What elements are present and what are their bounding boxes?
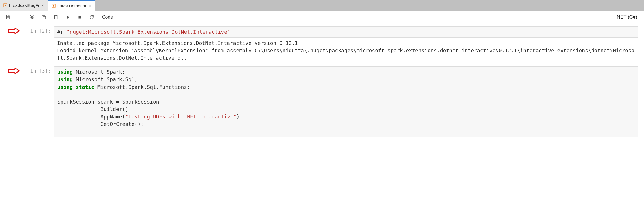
code-input[interactable]: using Microsoft.Spark; using Microsoft.S… [54,66,638,137]
cell-type-select[interactable]: Code [100,13,134,21]
attention-arrow-icon [3,26,23,34]
tab-label: broadcastBugFi [9,3,39,8]
svg-rect-8 [43,16,46,19]
cut-button[interactable] [28,13,36,21]
cell-output: Installed package Microsoft.Spark.Extens… [54,38,638,63]
cell-type-label: Code [102,15,113,20]
tab-bar: broadcastBugFi × LatestDotnetInt × [0,0,644,11]
notebook-area: In [2]: #r "nuget:Microsoft.Spark.Extens… [0,23,644,143]
close-icon[interactable]: × [88,3,92,8]
run-button[interactable] [64,13,72,21]
tab-latest-dotnet[interactable]: LatestDotnetInt × [48,0,95,11]
restart-button[interactable] [88,13,96,21]
cell-prompt: In [2]: [23,26,54,34]
cell: In [2]: #r "nuget:Microsoft.Spark.Extens… [3,26,638,63]
svg-rect-1 [5,5,6,6]
add-cell-button[interactable] [16,13,24,21]
svg-rect-3 [53,5,54,6]
notebook-icon [3,3,7,7]
save-button[interactable] [4,13,12,21]
copy-button[interactable] [40,13,48,21]
code-input[interactable]: #r "nuget:Microsoft.Spark.Extensions.Dot… [54,26,638,38]
notebook-icon [52,4,56,8]
svg-rect-5 [7,17,9,19]
tab-broadcast[interactable]: broadcastBugFi × [0,0,48,11]
stop-button[interactable] [76,13,84,21]
close-icon[interactable]: × [41,3,44,8]
cell-prompt: In [3]: [23,66,54,74]
svg-rect-11 [79,16,81,18]
cell: In [3]: using Microsoft.Spark; using Mic… [3,66,638,137]
chevron-down-icon [128,15,132,20]
paste-button[interactable] [52,13,60,21]
toolbar: Code .NET (C#) [0,11,644,23]
tab-label: LatestDotnetInt [57,3,86,8]
attention-arrow-icon [3,66,23,74]
svg-rect-4 [7,15,9,16]
kernel-name: .NET (C#) [616,14,640,20]
